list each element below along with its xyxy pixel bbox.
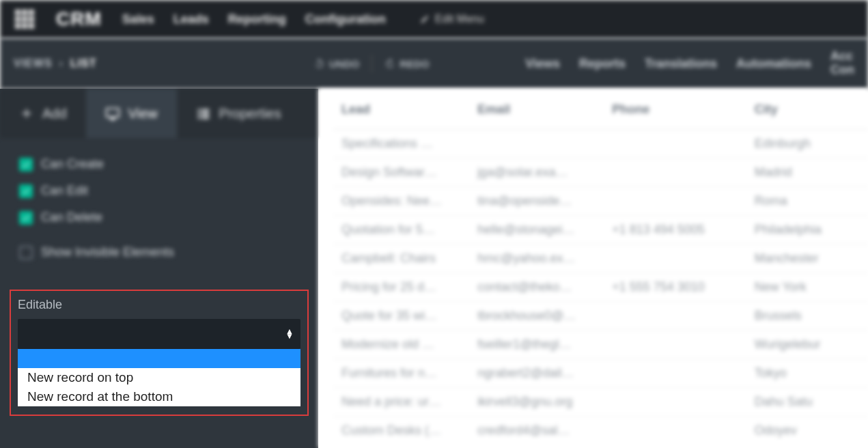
table-row[interactable]: Modernize old …fseiller1@thegl…Wurigeleb… [333,331,868,359]
cell-phone [604,331,746,359]
link-reports[interactable]: Reports [579,57,626,71]
menu-reporting[interactable]: Reporting [228,12,286,27]
check-can-edit-label: Can Edit [41,184,88,198]
breadcrumb: VIEWS › LIST [14,57,97,70]
editable-dropdown-zone: Editable ▲▼ New record on top New record… [10,290,309,416]
table-row[interactable]: Custom Desks (…credford4@sal…Odoyev [333,417,868,445]
breadcrumb-views[interactable]: VIEWS [14,57,53,70]
left-panel-tabs: Add View Properties [0,89,318,138]
cell-city: Odoyev [746,417,868,445]
edit-menu-button[interactable]: Edit Menu [420,13,484,25]
undo-label: UNDO [329,58,359,70]
breadcrumb-sep: › [59,57,64,70]
editable-options-list: New record on top New record at the bott… [18,349,300,406]
cell-phone [604,359,746,388]
toolbar: VIEWS › LIST UNDO REDO Views Reports Tra… [0,38,868,89]
table-row[interactable]: Campbell: Chairshmc@yahoo.ex…Manchester [333,244,868,273]
cell-email: jga@solar.exa… [469,158,604,187]
editable-label: Editable [18,298,300,312]
cell-city: Philadelphia [746,216,868,244]
cutoff-bottom: Con [830,63,854,76]
redo-icon [384,58,395,69]
apps-icon[interactable] [14,8,36,30]
pencil-icon [420,14,430,24]
col-header-city[interactable]: City [746,89,868,130]
link-cutoff[interactable]: Acc Con [830,50,854,77]
cell-lead: Design Softwar… [333,158,469,187]
tab-add-label: Add [42,106,67,122]
check-can-delete[interactable]: Can Delete [19,210,299,225]
cell-lead: Custom Desks (… [333,417,469,445]
editable-option-top[interactable]: New record on top [18,368,300,387]
tab-view[interactable]: View [86,89,177,138]
check-can-delete-label: Can Delete [41,210,102,225]
cell-city: New York [746,273,868,302]
cell-city: Brussels [746,302,868,331]
cell-lead: Pricing for 25 d… [333,273,469,302]
undo-button[interactable]: UNDO [314,58,359,70]
cell-lead: Quote for 35 wi… [333,302,469,331]
col-header-email[interactable]: Email [469,89,604,130]
cell-phone [604,187,746,216]
table-row[interactable]: Design Softwar…jga@solar.exa…Madrid [333,158,868,187]
check-can-create[interactable]: Can Create [19,157,299,171]
table-row[interactable]: Need a price: ur…ikirvell3@gnu.orgDahu S… [333,388,868,417]
table-row[interactable]: Opensides: Nee…tina@openside…Roma [333,187,868,216]
cell-city: Tokyo [746,359,868,388]
undo-icon [314,58,325,69]
checkbox-off-icon [19,246,33,260]
view-options: Can Create Can Edit Can Delete Show Invi… [0,138,318,260]
tab-view-label: View [128,106,158,122]
cell-lead: Specifications … [333,130,469,158]
menu-configuration[interactable]: Configuration [305,12,386,27]
list-icon [196,106,211,121]
cell-email: fseiller1@thegl… [469,331,604,359]
cell-email: ikirvell3@gnu.org [469,388,604,417]
redo-label: REDO [400,58,429,70]
check-can-edit[interactable]: Can Edit [19,184,299,198]
tab-properties[interactable]: Properties [177,89,300,138]
cell-phone [604,302,746,331]
cell-lead: Modernize old … [333,331,469,359]
col-header-phone[interactable]: Phone [604,89,746,130]
editable-select[interactable]: ▲▼ [18,319,300,349]
breadcrumb-list: LIST [70,57,97,70]
cell-phone [604,158,746,187]
cell-lead: Quotation for 5… [333,216,469,244]
tab-properties-label: Properties [219,106,281,122]
cell-city: Edinburgh [746,130,868,158]
main-menu: Sales Leads Reporting Configuration [122,12,386,27]
link-views[interactable]: Views [525,57,560,71]
cutoff-top: Acc [830,49,853,63]
table-row[interactable]: Furnitures for n…ngrabert2@dail…Tokyo [333,359,868,388]
table-row[interactable]: Specifications …Edinburgh [333,130,868,158]
col-header-lead[interactable]: Lead [333,89,469,130]
undo-redo-group: UNDO REDO [314,38,430,89]
check-show-invisible[interactable]: Show Invisible Elements [19,245,299,260]
cell-email [469,130,604,158]
cell-phone [604,388,746,417]
check-show-invisible-label: Show Invisible Elements [41,245,174,260]
cell-email: hmc@yahoo.ex… [469,244,604,273]
menu-leads[interactable]: Leads [173,12,209,27]
tab-add[interactable]: Add [0,89,86,138]
cell-lead: Need a price: ur… [333,388,469,417]
menu-sales[interactable]: Sales [122,12,154,27]
link-automations[interactable]: Automations [736,57,811,71]
table-row[interactable]: Quotation for 5…helle@stonagei…+1 813 49… [333,216,868,244]
records-table-wrap: Lead Email Phone City Specifications …Ed… [318,89,868,445]
editable-option-bottom[interactable]: New record at the bottom [18,387,300,406]
link-translations[interactable]: Translations [645,57,717,71]
cell-email: helle@stonagei… [469,216,604,244]
cell-phone: +1 555 754 3010 [604,273,746,302]
table-row[interactable]: Quote for 35 wi…tbrockhouse0@…Brussels [333,302,868,331]
chevron-updown-icon: ▲▼ [285,329,294,339]
brand: CRM [56,8,102,30]
table-row[interactable]: Pricing for 25 d…contact@theko…+1 555 75… [333,273,868,302]
cell-email: contact@theko… [469,273,604,302]
divider [372,55,372,72]
redo-button[interactable]: REDO [384,58,429,70]
editable-option-blank[interactable] [18,349,300,368]
cell-email: tbrockhouse0@… [469,302,604,331]
cell-lead: Campbell: Chairs [333,244,469,273]
